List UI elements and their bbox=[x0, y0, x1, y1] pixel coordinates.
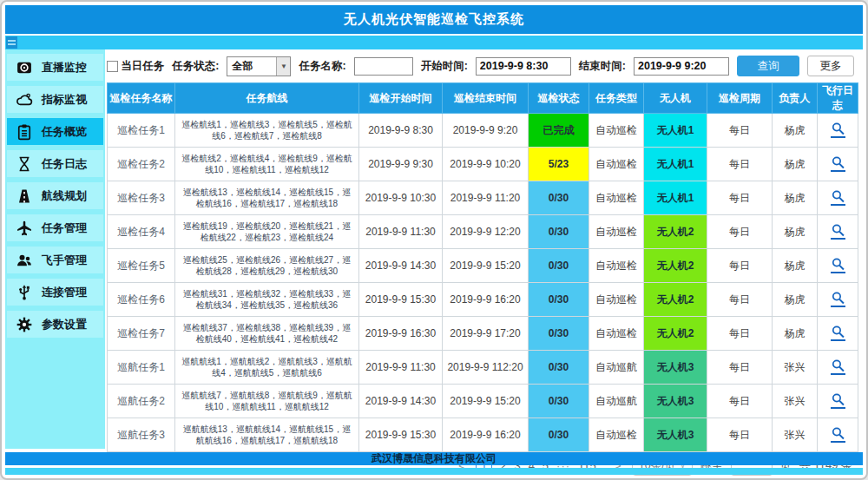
period-cell: 每日 bbox=[707, 249, 773, 283]
sidebar: 直播监控 指标监视 任务概览 任务日志 航线规划 bbox=[5, 49, 105, 449]
cloud-icon bbox=[15, 90, 34, 109]
start-time-cell: 2019-9-9 14:30 bbox=[359, 249, 443, 283]
gear-icon bbox=[15, 315, 34, 334]
task-type-cell: 自动巡航 bbox=[589, 351, 644, 385]
status-badge: 0/30 bbox=[529, 249, 589, 283]
task-name-input[interactable] bbox=[354, 57, 413, 76]
flight-log-cell bbox=[818, 283, 858, 317]
end-time-cell: 2019-9-9 15:20 bbox=[443, 385, 529, 418]
task-name-cell: 巡航任务2 bbox=[108, 385, 175, 418]
task-status-select[interactable]: 全部▼ bbox=[227, 56, 291, 76]
magnifier-icon[interactable] bbox=[831, 257, 845, 273]
person-cell: 杨虎 bbox=[773, 114, 818, 148]
task-name-cell: 巡检任务5 bbox=[108, 249, 175, 283]
magnifier-icon[interactable] bbox=[831, 223, 845, 240]
start-time-cell: 2019-9-9 10:30 bbox=[359, 181, 443, 215]
magnifier-icon[interactable] bbox=[831, 122, 845, 138]
flight-log-cell bbox=[818, 114, 858, 148]
sidebar-item-label: 连接管理 bbox=[42, 285, 87, 300]
task-name-cell: 巡航任务1 bbox=[108, 351, 175, 385]
magnifier-icon[interactable] bbox=[831, 291, 845, 307]
end-time-cell: 2019-9-9 15:20 bbox=[443, 249, 529, 283]
sidebar-item-metrics[interactable]: 指标监视 bbox=[7, 86, 103, 113]
magnifier-icon[interactable] bbox=[831, 189, 845, 206]
period-cell: 每日 bbox=[707, 418, 773, 452]
task-name-cell: 巡检任务2 bbox=[108, 148, 175, 181]
start-time-cell: 2019-9-9 15:30 bbox=[359, 283, 443, 317]
column-header: 巡检结束时间 bbox=[443, 83, 529, 114]
sidebar-item-label: 参数设置 bbox=[42, 317, 87, 332]
flight-log-cell bbox=[818, 385, 858, 418]
end-time-cell: 2019-9-9 112:20 bbox=[443, 351, 529, 385]
today-task-toggle[interactable]: 当日任务 bbox=[107, 59, 164, 74]
end-time-cell: 2019-9-9 9:20 bbox=[443, 114, 529, 148]
sidebar-item-label: 任务概览 bbox=[42, 124, 87, 140]
sidebar-item-task-management[interactable]: 任务管理 bbox=[7, 214, 103, 241]
drone-cell: 无人机2 bbox=[644, 283, 707, 317]
task-status-value: 全部 bbox=[227, 59, 276, 74]
toolbar-strip bbox=[5, 36, 863, 49]
task-route-cell: 巡航航线1，巡航航线2，巡航航线3，巡航航线4，巡航航线5，巡航航线6 bbox=[175, 351, 359, 385]
status-badge: 0/30 bbox=[529, 418, 589, 452]
period-cell: 每日 bbox=[707, 215, 773, 249]
person-cell: 杨虎 bbox=[773, 148, 818, 181]
sidebar-item-route-planning[interactable]: 航线规划 bbox=[7, 182, 103, 209]
status-badge: 0/30 bbox=[529, 385, 589, 418]
flight-log-cell bbox=[818, 351, 858, 385]
end-time-cell: 2019-9-9 12:20 bbox=[443, 215, 529, 249]
column-header: 巡检周期 bbox=[707, 83, 773, 114]
person-cell: 杨虎 bbox=[773, 249, 818, 283]
end-time-cell: 2019-9-9 16:20 bbox=[443, 283, 529, 317]
period-cell: 每日 bbox=[707, 351, 773, 385]
start-time-input[interactable] bbox=[476, 57, 571, 76]
query-button[interactable]: 查询 bbox=[737, 56, 799, 76]
drone-cell: 无人机2 bbox=[644, 215, 707, 249]
flight-log-cell bbox=[818, 181, 858, 215]
magnifier-icon[interactable] bbox=[831, 325, 845, 341]
end-time-input[interactable] bbox=[634, 57, 729, 76]
sidebar-item-label: 直播监控 bbox=[42, 60, 87, 76]
drone-cell: 无人机3 bbox=[644, 351, 707, 385]
column-header: 巡检状态 bbox=[529, 83, 589, 114]
person-cell: 张兴 bbox=[773, 351, 818, 385]
column-header: 巡检开始时间 bbox=[359, 83, 443, 114]
hamburger-menu-icon[interactable] bbox=[6, 36, 17, 49]
period-cell: 每日 bbox=[707, 181, 773, 215]
table-row: 巡检任务7巡检航线37，巡检航线38，巡检航线39，巡检航线40，巡检航线41，… bbox=[108, 317, 858, 351]
app-window: 无人机光伏智能巡检飞控系统 直播监控 指标监视 任务概览 bbox=[0, 0, 868, 480]
start-time-cell: 2019-9-9 9:30 bbox=[359, 148, 443, 181]
sidebar-item-parameter-settings[interactable]: 参数设置 bbox=[7, 311, 103, 338]
drone-cell: 无人机2 bbox=[644, 317, 707, 351]
magnifier-icon[interactable] bbox=[831, 392, 845, 409]
task-route-cell: 巡检航线2，巡检航线4，巡检航线9，巡检航线10，巡检航线11，巡检航线12 bbox=[175, 148, 359, 181]
task-name-cell: 巡检任务1 bbox=[108, 114, 175, 148]
usb-icon bbox=[15, 283, 34, 302]
start-time-label: 开始时间: bbox=[421, 59, 468, 74]
more-button[interactable]: 更多 bbox=[807, 56, 854, 76]
clipboard-icon bbox=[15, 122, 34, 141]
task-type-cell: 自动巡检 bbox=[589, 114, 644, 148]
column-header: 负责人 bbox=[773, 83, 818, 114]
sidebar-item-task-log[interactable]: 任务日志 bbox=[7, 150, 103, 177]
sidebar-item-label: 飞手管理 bbox=[42, 253, 87, 268]
chevron-down-icon: ▼ bbox=[276, 57, 290, 76]
sidebar-item-task-overview[interactable]: 任务概览 bbox=[7, 118, 103, 145]
today-task-checkbox[interactable] bbox=[107, 61, 118, 72]
person-cell: 杨虎 bbox=[773, 283, 818, 317]
sidebar-item-live-monitor[interactable]: 直播监控 bbox=[7, 54, 103, 81]
person-cell: 杨虎 bbox=[773, 181, 818, 215]
table-row: 巡检任务4巡检航线19，巡检航线20，巡检航线21，巡检航线22，巡检航23，巡… bbox=[108, 215, 858, 249]
table-row: 巡检任务3巡检航线13，巡检航线14，巡检航线15，巡检航线16，巡检航线17，… bbox=[108, 181, 858, 215]
end-time-cell: 2019-9-9 17:20 bbox=[443, 317, 529, 351]
period-cell: 每日 bbox=[707, 148, 773, 181]
person-cell: 杨虎 bbox=[773, 215, 818, 249]
task-route-cell: 巡检航线1，巡检航线3，巡检航线5，巡检航线6，巡检航线7，巡检航线8 bbox=[175, 114, 359, 148]
magnifier-icon[interactable] bbox=[831, 155, 845, 172]
drone-cell: 无人机1 bbox=[644, 148, 707, 181]
magnifier-icon[interactable] bbox=[831, 358, 845, 375]
sidebar-item-connection-management[interactable]: 连接管理 bbox=[7, 279, 103, 306]
sidebar-item-pilot-management[interactable]: 飞手管理 bbox=[7, 247, 103, 273]
task-type-cell: 自动巡检 bbox=[589, 148, 644, 181]
magnifier-icon[interactable] bbox=[831, 426, 845, 443]
table-row: 巡航任务3巡航航线13，巡航航线14，巡航航线15，巡航航线16，巡航航线17，… bbox=[108, 418, 858, 452]
